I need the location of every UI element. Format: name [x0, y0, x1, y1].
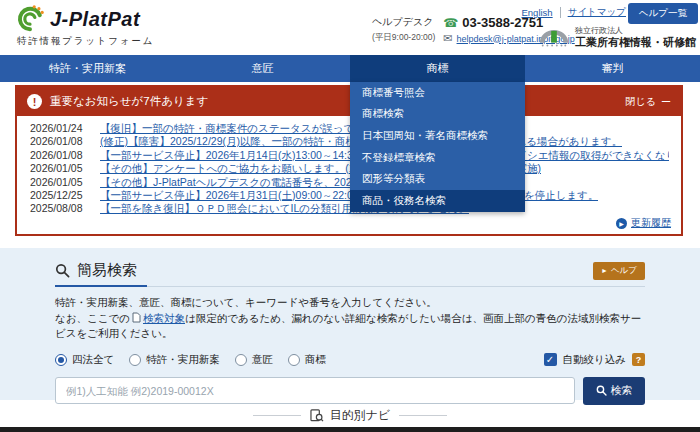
sitemap-link[interactable]: サイトマップ — [568, 6, 626, 19]
menu-item-figure-classification[interactable]: 図形等分類表 — [350, 168, 525, 190]
help-list-button[interactable]: ヘルプ一覧 — [628, 3, 698, 24]
inpit-block[interactable]: 独立行政法人 工業所有権情報・研修館 — [538, 26, 696, 48]
menu-item-unregistrable-mark-search[interactable]: 不登録標章検索 — [350, 147, 525, 169]
nav-tab-design[interactable]: 意匠 — [175, 55, 350, 82]
header: J-PlatPat 特許情報プラットフォーム ヘルプデスク (平日9:00-20… — [0, 0, 700, 55]
document-search-icon — [310, 409, 324, 422]
notice-date: 2026/01/24 — [30, 122, 90, 135]
update-history-label: 更新履歴 — [631, 216, 671, 230]
auto-filter-label: 自動絞り込み — [563, 353, 627, 367]
logo-subtitle: 特許情報プラットフォーム — [17, 35, 154, 48]
radio-trademark[interactable]: 商標 — [288, 353, 326, 367]
search-button[interactable]: 検索 — [583, 377, 645, 405]
quick-search-section: 簡易検索 ► ヘルプ 特許・実用新案、意匠、商標について、キーワードや番号を入力… — [0, 248, 700, 400]
logo-title: J-PlatPat — [50, 8, 140, 31]
helpdesk-hours: (平日9:00-20:00) — [372, 32, 435, 44]
phone-icon: ☎ — [443, 16, 458, 30]
notice-date: 2026/01/08 — [30, 149, 90, 162]
nav-tab-trademark[interactable]: 商標 — [350, 55, 525, 82]
menu-item-trademark-search[interactable]: 商標検索 — [350, 104, 525, 126]
auto-filter-checkbox[interactable]: ✓ — [544, 353, 557, 366]
auto-filter-help-button[interactable]: ? — [632, 353, 645, 366]
search-input-row: 検索 — [55, 377, 645, 405]
quick-search-header: 簡易検索 ► ヘルプ — [55, 248, 645, 287]
notice-date: 2026/01/05 — [30, 162, 90, 175]
minus-icon: ー — [661, 95, 671, 109]
arrow-icon: ► — [601, 267, 608, 274]
quick-search-title: 簡易検索 — [55, 261, 137, 280]
global-nav: 特許・実用新案 意匠 商標 審判 — [0, 55, 700, 82]
description-line2: なお、ここでの検索対象は限定的であるため、漏れのない詳細な検索がしたい場合は、画… — [55, 311, 645, 342]
notices-title: 重要なお知らせが7件あります — [50, 94, 208, 109]
trademark-dropdown-menu: 商標番号照会 商標検索 日本国周知・著名商標検索 不登録標章検索 図形等分類表 … — [350, 82, 525, 212]
alert-icon: ! — [27, 94, 42, 109]
update-history-link[interactable]: ▶ 更新履歴 — [616, 216, 671, 230]
link-separator — [560, 7, 561, 18]
menu-item-goods-services-search[interactable]: 商品・役務名検索 — [350, 190, 525, 212]
nav-tab-trial[interactable]: 審判 — [525, 55, 700, 82]
inpit-org-type: 独立行政法人 — [575, 27, 696, 35]
divider-line — [253, 415, 301, 416]
jplatpat-spiral-icon — [14, 4, 46, 34]
divider-line — [399, 415, 447, 416]
quick-search-description: 特許・実用新案、意匠、商標について、キーワードや番号を入力してください。 なお、… — [55, 295, 645, 342]
auto-filter-group: ✓ 自動絞り込み ? — [544, 353, 646, 367]
keyword-search-input[interactable] — [55, 377, 575, 404]
description-line1: 特許・実用新案、意匠、商標について、キーワードや番号を入力してください。 — [55, 295, 645, 311]
inpit-logo-icon — [538, 26, 570, 48]
inpit-org-name: 工業所有権情報・研修館 — [575, 37, 696, 48]
notice-date: 2025/12/25 — [30, 189, 90, 202]
radio-design[interactable]: 意匠 — [235, 353, 273, 367]
helpdesk-label: ヘルプデスク — [372, 15, 435, 29]
radio-circle-icon — [288, 354, 300, 366]
search-icon — [55, 263, 70, 278]
site-logo[interactable]: J-PlatPat 特許情報プラットフォーム — [14, 4, 154, 48]
notices-list: 2026/01/24 【復旧】一部の特許・商標案件のステータスが誤って表示される… — [17, 116, 681, 216]
search-icon — [596, 385, 607, 396]
radio-patent-utility[interactable]: 特許・実用新案 — [129, 353, 220, 367]
notice-date: 2025/08/08 — [30, 202, 90, 215]
bottom-edge-bar — [0, 427, 700, 432]
english-link[interactable]: English — [521, 7, 552, 18]
menu-item-trademark-number-inquiry[interactable]: 商標番号照会 — [350, 82, 525, 104]
search-scope-link[interactable]: 検索対象 — [143, 312, 185, 324]
header-links: English サイトマップ — [521, 6, 626, 19]
radio-circle-icon — [55, 354, 67, 366]
radio-circle-icon — [129, 354, 141, 366]
notices-close-button[interactable]: 閉じる ー — [626, 95, 671, 109]
close-label: 閉じる — [626, 95, 656, 109]
search-options-row: 四法全て 特許・実用新案 意匠 商標 ✓ 自動絞り込み ? — [55, 353, 645, 367]
notice-date: 2026/01/05 — [30, 176, 90, 189]
radio-all-laws[interactable]: 四法全て — [55, 353, 114, 367]
purpose-nav-title: 目的別ナビ — [310, 407, 391, 424]
quick-search-help-button[interactable]: ► ヘルプ — [593, 262, 645, 280]
mail-icon: ✉ — [443, 32, 452, 45]
menu-item-wellknown-trademark-search[interactable]: 日本国周知・著名商標検索 — [350, 125, 525, 147]
important-notices-panel: ! 重要なお知らせが7件あります 閉じる ー 2026/01/24 【復旧】一部… — [15, 85, 683, 236]
j-platpat-homepage: J-PlatPat 特許情報プラットフォーム ヘルプデスク (平日9:00-20… — [0, 0, 700, 432]
play-icon: ▶ — [616, 218, 627, 229]
document-icon — [132, 312, 141, 323]
notices-header: ! 重要なお知らせが7件あります 閉じる ー — [17, 87, 681, 116]
nav-tab-patent[interactable]: 特許・実用新案 — [0, 55, 175, 82]
radio-circle-icon — [235, 354, 247, 366]
notice-date: 2026/01/08 — [30, 135, 90, 148]
purpose-nav-header: 目的別ナビ — [0, 407, 700, 424]
